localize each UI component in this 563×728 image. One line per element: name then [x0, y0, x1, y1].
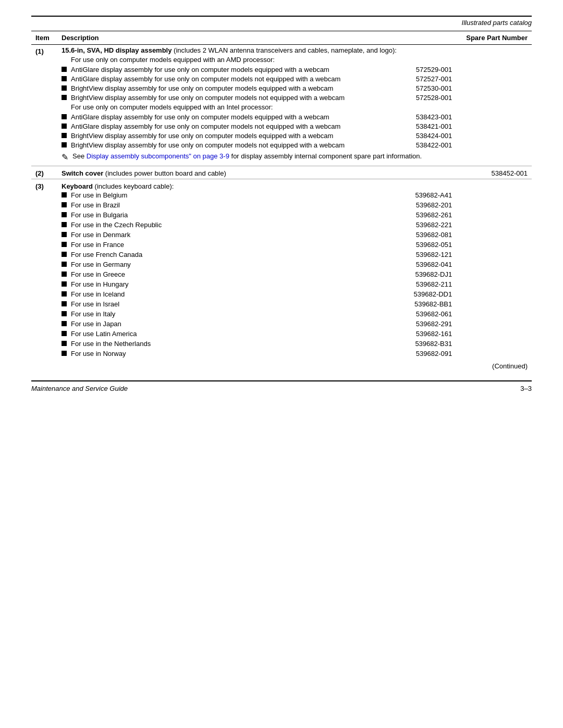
keyboard-item-row: For use in France539682-051: [62, 240, 452, 250]
item-title-2: Switch cover: [62, 169, 103, 177]
keyboard-item-row: For use in Germany539682-041: [62, 260, 452, 269]
keyboard-item-row: For use in Norway539682-091: [62, 349, 452, 359]
bullet-icon: [62, 311, 67, 316]
sub-item-text: BrightView display assembly for use only…: [71, 84, 406, 92]
footer-left-text: Maintenance and Service Guide: [31, 385, 128, 392]
part-number: 572528-001: [416, 94, 452, 102]
table-row: (3) Keyboard (includes keyboard cable): …: [31, 179, 532, 361]
bullet-icon: [62, 67, 67, 72]
table-row: (2) Switch cover (includes power button …: [31, 166, 532, 179]
item-spare-2: 538452-001: [456, 166, 532, 179]
keyboard-item-text: For use in Japan: [71, 320, 121, 328]
part-number: 539682-261: [324, 210, 452, 220]
sub-item-text: AntiGlare display assembly for use only …: [71, 66, 406, 73]
part-number: 539682-201: [324, 200, 452, 210]
part-number: 539682-161: [324, 329, 452, 339]
keyboard-item-row: For use Latin America539682-161: [62, 329, 452, 339]
part-number: 539682-A41: [324, 190, 452, 200]
continued-label: (Continued): [31, 362, 532, 370]
bullet-icon: [62, 252, 67, 257]
note-text: See Display assembly subcomponents" on p…: [72, 152, 422, 160]
part-number: 572527-001: [416, 75, 452, 83]
sub-item-row: AntiGlare display assembly for use only …: [62, 122, 452, 130]
part-number: 539682-BB1: [324, 299, 452, 309]
keyboard-item-row: For use in Italy539682-061: [62, 309, 452, 319]
sub-item-text: AntiGlare display assembly for use only …: [71, 75, 406, 83]
display-subcomponents-link[interactable]: Display assembly subcomponents" on page …: [87, 152, 229, 160]
item-id-1: (1): [31, 45, 57, 166]
keyboard-item-text: For use in Belgium: [71, 191, 127, 199]
bullet-icon: [62, 95, 67, 100]
keyboard-item-text: For use in Bulgaria: [71, 211, 128, 219]
part-number: 539682-211: [324, 279, 452, 289]
bullet-icon: [62, 202, 67, 207]
keyboard-item-text: For use in Israel: [71, 300, 119, 308]
keyboard-item-row: For use in Belgium539682-A41: [62, 190, 452, 200]
part-number: 539682-041: [324, 260, 452, 269]
sub-item-row: AntiGlare display assembly for use only …: [62, 66, 452, 73]
keyboard-item-text: For use Latin America: [71, 330, 137, 338]
bullet-icon: [62, 222, 67, 227]
keyboard-item-row: For use in Bulgaria539682-261: [62, 210, 452, 220]
part-number: 538423-001: [416, 113, 452, 121]
keyboard-item-row: For use in Denmark539682-081: [62, 230, 452, 240]
col-header-spare: Spare Part Number: [456, 31, 532, 45]
bullet-icon: [62, 301, 67, 306]
part-number: 539682-291: [324, 319, 452, 329]
sub-item-row: BrightView display assembly for use only…: [62, 132, 452, 140]
item-id-3: (3): [31, 179, 57, 361]
bullet-icon: [62, 114, 67, 119]
part-number: 572529-001: [416, 66, 452, 73]
keyboard-item-row: For use in Greece539682-DJ1: [62, 269, 452, 279]
part-number: 539682-061: [324, 309, 452, 319]
bullet-icon: [62, 124, 67, 129]
keyboard-item-text: For use French Canada: [71, 251, 142, 258]
sub-item-text: AntiGlare display assembly for use only …: [71, 122, 406, 130]
keyboard-item-row: For use in Brazil539682-201: [62, 200, 452, 210]
keyboard-item-text: For use in the Czech Republic: [71, 221, 162, 229]
amd-intro: For use only on computer models equipped…: [71, 56, 452, 64]
keyboard-item-text: For use in Brazil: [71, 201, 120, 209]
bullet-icon: [62, 232, 67, 237]
intel-intro: For use only on computer models equipped…: [71, 103, 452, 111]
keyboard-item-text: For use in Norway: [71, 350, 126, 357]
col-header-item: Item: [31, 31, 57, 45]
bullet-icon: [62, 242, 67, 247]
sub-item-text: AntiGlare display assembly for use only …: [71, 113, 406, 121]
col-header-desc: Description: [57, 31, 456, 45]
keyboard-item-row: For use in Iceland539682-DD1: [62, 289, 452, 299]
keyboard-item-text: For use in Italy: [71, 310, 115, 318]
item-title-3: Keyboard: [62, 182, 93, 190]
keyboard-item-row: For use French Canada539682-121: [62, 250, 452, 260]
keyboard-item-text: For use in Denmark: [71, 231, 130, 239]
part-number: 538424-001: [416, 132, 452, 140]
bullet-icon: [62, 331, 67, 336]
sub-item-row: BrightView display assembly for use only…: [62, 141, 452, 149]
part-number: 539682-121: [324, 250, 452, 260]
sub-item-text: BrightView display assembly for use only…: [71, 141, 406, 149]
sub-item-text: BrightView display assembly for use only…: [71, 94, 406, 102]
bullet-icon: [62, 85, 67, 91]
item-desc-2: Switch cover (includes power button boar…: [57, 166, 456, 179]
keyboard-item-text: For use in Greece: [71, 270, 125, 278]
bullet-icon: [62, 142, 67, 147]
note-row: ✎ See Display assembly subcomponents" on…: [62, 152, 452, 162]
item-spare-3: [456, 179, 532, 361]
sub-item-row: BrightView display assembly for use only…: [62, 94, 452, 102]
parts-table: Item Description Spare Part Number (1) 1…: [31, 31, 532, 360]
sub-item-text: BrightView display assembly for use only…: [71, 132, 406, 140]
part-number: 539682-B31: [324, 339, 452, 349]
bullet-icon: [62, 351, 67, 356]
keyboard-item-row: For use in Israel539682-BB1: [62, 299, 452, 309]
bullet-icon: [62, 76, 67, 81]
keyboard-item-text: For use in Germany: [71, 261, 131, 268]
part-number: 539682-091: [324, 349, 452, 359]
note-icon: ✎: [62, 152, 68, 162]
footer-page-number: 3–3: [520, 385, 532, 392]
part-number: 539682-051: [324, 240, 452, 250]
item-title-suffix-3: (includes keyboard cable):: [93, 182, 174, 190]
keyboard-item-row: For use in Japan539682-291: [62, 319, 452, 329]
footer: Maintenance and Service Guide 3–3: [31, 385, 532, 392]
bullet-icon: [62, 272, 67, 277]
item-title-1: 15.6-in, SVA, HD display assembly: [62, 46, 172, 54]
